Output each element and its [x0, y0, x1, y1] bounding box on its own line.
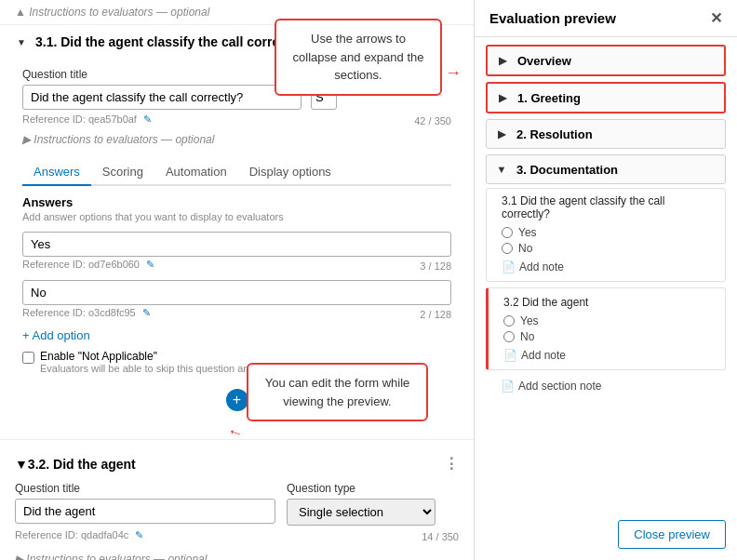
preview-title: Evaluation preview — [489, 10, 616, 26]
preview-q31-no: No — [502, 242, 710, 255]
documentation-label: 3. Documentation — [516, 163, 618, 177]
preview-q32-add-note[interactable]: 📄 Add note — [503, 349, 710, 362]
preview-question-32: 3.2 Did the agent Yes No 📄 Add note — [486, 287, 726, 370]
char-count-no: 2 / 128 — [420, 309, 451, 320]
char-count-31: 42 / 350 — [414, 115, 451, 127]
preview-section-resolution-header[interactable]: ▶ 2. Resolution — [486, 119, 726, 149]
preview-q32-yes: Yes — [503, 314, 710, 327]
question-title-input-31[interactable] — [22, 85, 302, 110]
preview-section-overview: ▶ Overview — [486, 45, 726, 76]
preview-section-greeting-header[interactable]: ▶ 1. Greeting — [486, 82, 726, 113]
edit-icon-yes[interactable]: ✎ — [146, 259, 154, 270]
section-32: ▼ 3.2. Did the agent ⋮ Question title Qu… — [0, 446, 474, 560]
edit-icon-32[interactable]: ✎ — [135, 529, 143, 540]
section-31-toggle[interactable]: ▼ — [15, 35, 28, 48]
tabs-bar-31: Answers Scoring Automation Display optio… — [22, 159, 451, 186]
tab-automation-31[interactable]: Automation — [154, 159, 238, 186]
greeting-arrow-icon: ▶ — [495, 90, 510, 105]
add-option-btn[interactable]: + Add option — [22, 328, 451, 342]
callout-box-1: Use the arrows to collapse and expand th… — [275, 19, 442, 96]
q32-yes-radio[interactable] — [503, 315, 515, 327]
resolution-arrow-icon: ▶ — [494, 127, 509, 141]
preview-section-overview-header[interactable]: ▶ Overview — [486, 45, 726, 76]
ref-id-no: Reference ID: o3cd8fc95 ✎ — [22, 307, 151, 319]
tab-display-31[interactable]: Display options — [238, 159, 342, 186]
section-32-title: 3.2. Did the agent — [28, 457, 136, 472]
q31-no-radio[interactable] — [502, 243, 513, 254]
char-count-32: 14 / 350 — [422, 531, 459, 542]
close-x-btn[interactable]: ✕ — [710, 9, 722, 27]
greeting-label: 1. Greeting — [517, 91, 581, 105]
edit-icon-31[interactable]: ✎ — [143, 113, 152, 125]
preview-section-resolution: ▶ 2. Resolution — [486, 119, 726, 149]
preview-q32-text: 3.2 Did the agent — [503, 296, 710, 309]
preview-header: Evaluation preview ✕ — [475, 0, 737, 37]
section-32-menu[interactable]: ⋮ — [444, 455, 459, 473]
add-question-circle-btn[interactable]: + — [226, 389, 248, 411]
section-31-title: 3.1. Did the agent classify the call cor… — [35, 34, 310, 49]
preview-q31-text: 3.1 Did the agent classify the call corr… — [502, 194, 710, 220]
not-applicable-label: Enable "Not Applicable" — [40, 350, 377, 363]
char-count-yes: 3 / 128 — [420, 260, 451, 272]
add-section-note[interactable]: 📄 Add section note — [486, 376, 726, 396]
add-section-note-icon: 📄 — [501, 380, 515, 393]
overview-arrow-icon: ▶ — [495, 53, 510, 68]
answers-title: Answers — [22, 195, 451, 209]
question-title-label-32: Question title — [15, 482, 275, 495]
answer-input-no[interactable] — [22, 280, 451, 305]
preview-section-documentation-header[interactable]: ▼ 3. Documentation — [486, 154, 726, 184]
ref-id-yes: Reference ID: od7e6b060 ✎ — [22, 259, 154, 271]
preview-q32-no: No — [503, 330, 710, 343]
resolution-label: 2. Resolution — [516, 127, 593, 141]
answers-subtitle: Add answer options that you want to disp… — [22, 211, 451, 222]
right-panel: Evaluation preview ✕ ▶ Overview ▶ 1. Gre… — [475, 0, 737, 560]
callout-arrow-1: → — [445, 63, 462, 83]
instructions-optional-31[interactable]: ▶ Instructions to evaluators — optional — [22, 127, 451, 152]
instructions-optional-32[interactable]: ▶ Instructions to evaluators — optional — [15, 547, 459, 560]
preview-question-31: 3.1 Did the agent classify the call corr… — [486, 188, 726, 282]
section-32-toggle[interactable]: ▼ — [15, 457, 28, 472]
ref-id-31: Reference ID: qea57b0af ✎ — [22, 113, 152, 126]
section-32-header: ▼ 3.2. Did the agent ⋮ — [15, 455, 459, 473]
ref-id-32: Reference ID: qdadfa04c ✎ — [15, 529, 143, 541]
edit-icon-no[interactable]: ✎ — [142, 307, 151, 318]
documentation-arrow-icon: ▼ — [494, 162, 509, 177]
question-type-select-32[interactable]: Single selection — [287, 499, 436, 526]
preview-q31-yes: Yes — [502, 226, 710, 239]
preview-q31-add-note[interactable]: 📄 Add note — [502, 260, 710, 273]
close-preview-button[interactable]: Close preview — [618, 520, 726, 549]
question-type-label-32: Question type — [287, 482, 436, 495]
preview-body: ▶ Overview ▶ 1. Greeting ▶ 2. Resolution — [475, 37, 737, 513]
tab-answers-31[interactable]: Answers — [22, 159, 91, 186]
overview-label: Overview — [517, 54, 571, 68]
left-panel: ▲ Instructions to evaluators — optional … — [0, 0, 475, 560]
answer-option-yes: Reference ID: od7e6b060 ✎ 3 / 128 — [22, 232, 451, 273]
callout-box-2: You can edit the form while viewing the … — [247, 363, 428, 421]
preview-section-greeting: ▶ 1. Greeting — [486, 82, 726, 113]
not-applicable-checkbox[interactable] — [22, 352, 34, 364]
answer-input-yes[interactable] — [22, 232, 451, 257]
add-note-icon-32: 📄 — [503, 349, 517, 362]
question-title-input-32[interactable] — [15, 499, 275, 524]
tab-scoring-31[interactable]: Scoring — [91, 159, 154, 186]
add-note-icon-31: 📄 — [502, 260, 516, 273]
section-32-fields: Question title Question type Single sele… — [15, 482, 459, 526]
preview-section-documentation: ▼ 3. Documentation 3.1 Did the agent cla… — [486, 154, 726, 396]
q31-yes-radio[interactable] — [502, 227, 513, 238]
q32-no-radio[interactable] — [503, 331, 515, 342]
question-title-label-31: Question title — [22, 68, 302, 81]
answer-option-no: Reference ID: o3cd8fc95 ✎ 2 / 128 — [22, 280, 451, 321]
